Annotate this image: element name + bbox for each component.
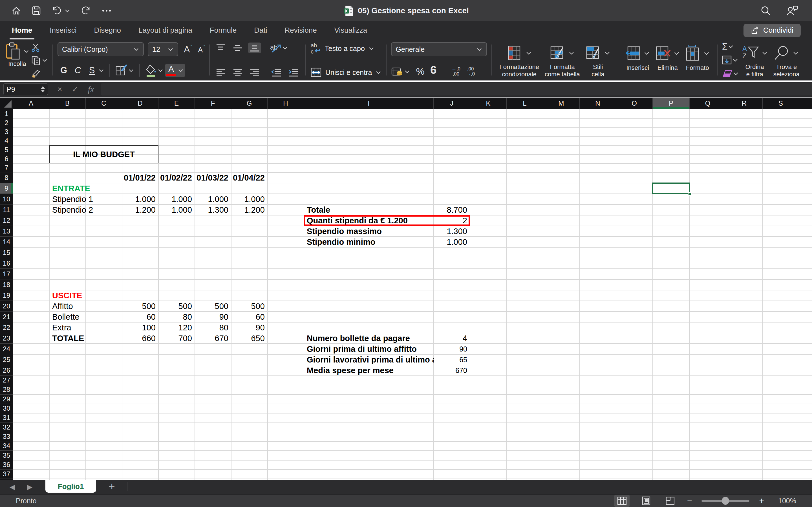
- col-header-B[interactable]: B: [49, 98, 86, 109]
- row-header-37[interactable]: 37: [0, 469, 13, 479]
- font-size-select[interactable]: 12: [148, 42, 178, 56]
- increase-decimal-button[interactable]: ←,0 ,00: [452, 66, 460, 76]
- cell-F20[interactable]: 500: [195, 301, 231, 312]
- page-layout-view-button[interactable]: [639, 495, 653, 507]
- align-left-button[interactable]: [214, 67, 227, 78]
- col-header-H[interactable]: H: [267, 98, 304, 109]
- percent-button[interactable]: %: [416, 66, 424, 77]
- cell-F10[interactable]: 1.000: [195, 194, 231, 205]
- tab-dati[interactable]: Dati: [253, 24, 267, 36]
- row-header-3[interactable]: 3: [0, 127, 13, 136]
- cell-E21[interactable]: 80: [158, 312, 195, 322]
- row-header-19[interactable]: 19: [0, 290, 13, 301]
- cell-E10[interactable]: 1.000: [158, 194, 195, 205]
- cell-I23[interactable]: Numero bollette da pagare: [304, 333, 434, 344]
- normal-view-button[interactable]: [614, 495, 629, 507]
- row-header-1[interactable]: 1: [0, 109, 13, 118]
- tab-disegno[interactable]: Disegno: [94, 24, 121, 36]
- cell-J25[interactable]: 65: [434, 354, 470, 365]
- cell-F21[interactable]: 90: [195, 312, 231, 322]
- col-header-F[interactable]: F: [195, 98, 231, 109]
- row-header-26[interactable]: 26: [0, 365, 13, 376]
- autosum-button[interactable]: Σ: [722, 42, 739, 51]
- row-header-35[interactable]: 35: [0, 451, 13, 460]
- cell-J12[interactable]: 2: [434, 215, 470, 226]
- row-header-5[interactable]: 5: [0, 145, 13, 154]
- prev-sheet-icon[interactable]: ◀: [10, 483, 15, 491]
- formula-input[interactable]: [101, 83, 812, 96]
- col-header-N[interactable]: N: [580, 98, 616, 109]
- cell-J14[interactable]: 1.000: [434, 237, 470, 247]
- cut-button[interactable]: [31, 43, 48, 52]
- align-right-button[interactable]: [248, 67, 261, 78]
- cell-I26[interactable]: Media spese per mese: [304, 365, 434, 376]
- row-header-4[interactable]: 4: [0, 136, 13, 145]
- row-header-2[interactable]: 2: [0, 118, 13, 127]
- format-painter-button[interactable]: [31, 69, 48, 78]
- find-select-button[interactable]: Trova eseleziona: [773, 42, 800, 78]
- row-header-15[interactable]: 15: [0, 247, 13, 258]
- col-header-G[interactable]: G: [231, 98, 267, 109]
- cell-D8[interactable]: 01/01/22: [122, 172, 158, 183]
- align-bottom-button[interactable]: [248, 43, 261, 53]
- row-header-34[interactable]: 34: [0, 441, 13, 451]
- next-sheet-icon[interactable]: ▶: [27, 483, 32, 491]
- row-header-36[interactable]: 36: [0, 460, 13, 469]
- tab-inserisci[interactable]: Inserisci: [49, 24, 77, 36]
- row-header-24[interactable]: 24: [0, 344, 13, 354]
- copy-button[interactable]: [31, 55, 48, 65]
- cell-I14[interactable]: Stipendio minimo: [304, 237, 434, 247]
- clear-button[interactable]: [722, 69, 739, 78]
- increase-font-button[interactable]: Aˆ: [184, 44, 192, 55]
- row-header-14[interactable]: 14: [0, 237, 13, 247]
- search-icon[interactable]: [760, 5, 771, 16]
- cell-D20[interactable]: 500: [122, 301, 158, 312]
- cell-styles-button[interactable]: Stilicella: [586, 42, 610, 78]
- cell-F22[interactable]: 80: [195, 322, 231, 333]
- font-name-select[interactable]: Calibri (Corpo): [57, 42, 144, 56]
- zoom-slider[interactable]: [702, 500, 749, 502]
- enter-icon[interactable]: ✓: [71, 85, 78, 94]
- cell-G23[interactable]: 650: [231, 333, 267, 344]
- row-header-6[interactable]: 6: [0, 154, 13, 163]
- cell-J23[interactable]: 4: [434, 333, 470, 344]
- cancel-icon[interactable]: ×: [57, 85, 62, 94]
- cell-D11[interactable]: 1.200: [122, 205, 158, 215]
- row-header-16[interactable]: 16: [0, 258, 13, 269]
- conditional-formatting-button[interactable]: Formattazionecondizionale: [499, 42, 539, 78]
- bold-button[interactable]: G: [57, 65, 70, 75]
- row-header-31[interactable]: 31: [0, 413, 13, 422]
- contact-us-icon[interactable]: [786, 5, 799, 16]
- cell-B19[interactable]: USCITE: [49, 290, 86, 301]
- more-options-icon[interactable]: [101, 9, 112, 12]
- row-header-8[interactable]: 8: [0, 172, 13, 183]
- row-header-10[interactable]: 10: [0, 194, 13, 205]
- add-sheet-button[interactable]: +: [109, 481, 115, 492]
- row-header-33[interactable]: 33: [0, 432, 13, 441]
- underline-button[interactable]: S: [86, 65, 104, 75]
- decrease-decimal-button[interactable]: ,00 →,0: [466, 66, 475, 76]
- borders-button[interactable]: [115, 64, 134, 76]
- cell-G10[interactable]: 1.000: [231, 194, 267, 205]
- row-header-30[interactable]: 30: [0, 404, 13, 413]
- col-header-L[interactable]: L: [507, 98, 543, 109]
- row-header-32[interactable]: 32: [0, 423, 13, 432]
- comma-style-button[interactable]: 9: [430, 63, 437, 76]
- page-break-view-button[interactable]: [663, 495, 677, 507]
- cell-I24[interactable]: Giorni prima di ultimo affitto: [304, 344, 434, 354]
- number-format-select[interactable]: Generale: [391, 42, 487, 56]
- cell-B20[interactable]: Affitto: [49, 301, 86, 312]
- row-header-12[interactable]: 12: [0, 215, 13, 226]
- wrap-text-button[interactable]: abc Testo a capo: [310, 42, 382, 55]
- align-center-button[interactable]: [231, 67, 244, 78]
- col-header-Q[interactable]: Q: [690, 98, 726, 109]
- cell-B23[interactable]: TOTALE: [49, 333, 86, 344]
- row-header-9[interactable]: 9: [0, 183, 13, 194]
- row-header-13[interactable]: 13: [0, 226, 13, 237]
- zoom-level[interactable]: 100%: [774, 497, 796, 505]
- cell-D23[interactable]: 660: [122, 333, 158, 344]
- col-header-A[interactable]: A: [13, 98, 49, 109]
- row-header-22[interactable]: 22: [0, 322, 13, 333]
- insert-cells-button[interactable]: Inserisci: [626, 42, 650, 78]
- cell-F11[interactable]: 1.300: [195, 205, 231, 215]
